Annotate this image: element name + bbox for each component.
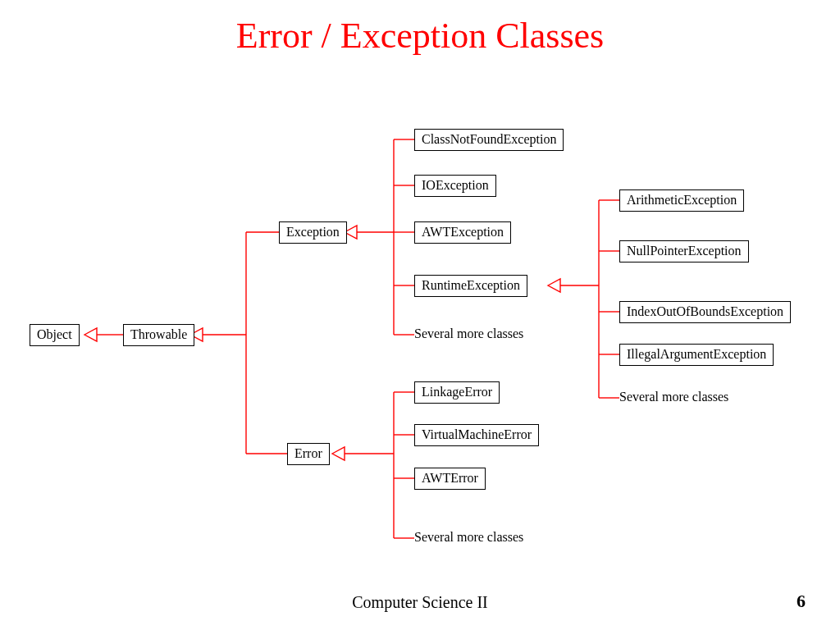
node-object: Object bbox=[30, 324, 80, 346]
label-runtime-more: Several more classes bbox=[619, 390, 728, 404]
node-illegalargumentexception: IllegalArgumentException bbox=[619, 344, 774, 366]
node-runtimeexception: RuntimeException bbox=[414, 275, 527, 297]
node-arithmeticexception: ArithmeticException bbox=[619, 189, 744, 212]
footer-page: 6 bbox=[797, 591, 806, 612]
node-error: Error bbox=[287, 443, 330, 465]
node-virtualmachineerror: VirtualMachineError bbox=[414, 424, 539, 446]
label-exception-more: Several more classes bbox=[414, 326, 523, 341]
node-exception: Exception bbox=[279, 221, 347, 244]
svg-marker-0 bbox=[84, 328, 97, 341]
svg-marker-15 bbox=[332, 447, 345, 460]
svg-marker-22 bbox=[548, 279, 560, 292]
node-nullpointerexception: NullPointerException bbox=[619, 240, 749, 262]
node-awtexception: AWTException bbox=[414, 221, 511, 244]
node-linkageerror: LinkageError bbox=[414, 381, 500, 404]
node-throwable: Throwable bbox=[123, 324, 194, 346]
node-indexoutofboundsexception: IndexOutOfBoundsException bbox=[619, 301, 791, 323]
footer-course: Computer Science II bbox=[0, 593, 840, 612]
node-classnotfoundexception: ClassNotFoundException bbox=[414, 129, 564, 151]
node-awterror: AWTError bbox=[414, 468, 486, 490]
node-ioexception: IOException bbox=[414, 175, 496, 197]
label-error-more: Several more classes bbox=[414, 530, 523, 545]
